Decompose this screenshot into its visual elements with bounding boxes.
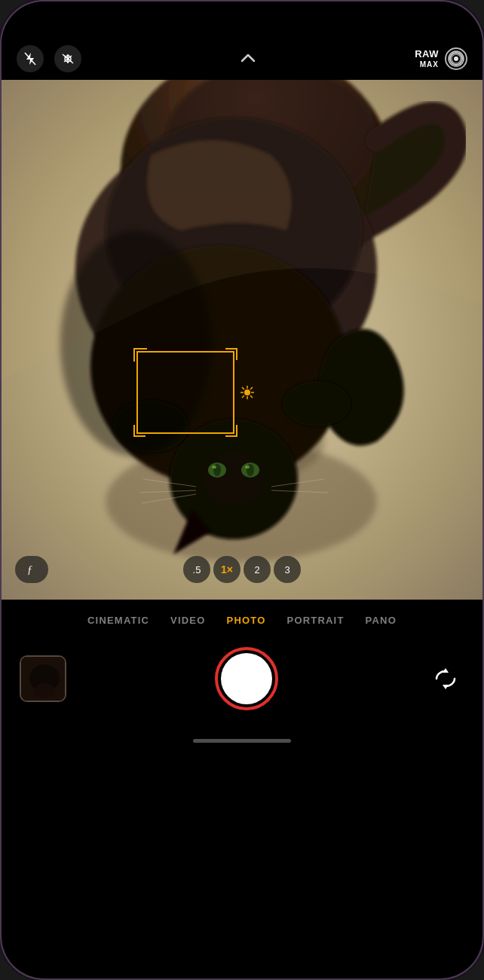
shutter-inner: [221, 653, 272, 704]
zoom-controls: ƒ .5 1× 2 3: [2, 556, 482, 583]
status-bar: [2, 2, 482, 39]
svg-point-5: [452, 54, 461, 63]
zoom-2x-button[interactable]: 2: [244, 556, 271, 583]
svg-point-4: [449, 51, 464, 66]
dynamic-island: [197, 8, 287, 33]
flash-button[interactable]: [17, 45, 44, 72]
raw-max-badge[interactable]: RAW MAX: [415, 49, 439, 68]
svg-point-36: [283, 381, 351, 426]
mode-pano[interactable]: PANO: [355, 610, 407, 630]
svg-line-44: [250, 395, 253, 398]
screen: RAW MAX: [2, 2, 482, 978]
zoom-1x-button[interactable]: 1×: [213, 556, 240, 583]
svg-point-28: [212, 466, 216, 469]
zoom-3x-button[interactable]: 3: [274, 556, 301, 583]
flip-camera-button[interactable]: [427, 660, 464, 698]
max-label: MAX: [415, 60, 439, 69]
mode-cinematic[interactable]: CINEMATIC: [77, 610, 160, 630]
svg-line-46: [242, 395, 244, 398]
exposure-icon[interactable]: [240, 386, 254, 399]
f-stop-button[interactable]: ƒ: [15, 556, 48, 583]
focus-corner-tr: [225, 348, 237, 360]
night-mode-button[interactable]: [54, 45, 81, 72]
mode-portrait[interactable]: PORTRAIT: [277, 610, 355, 630]
svg-point-23: [204, 453, 264, 505]
svg-text:ƒ: ƒ: [27, 564, 32, 575]
svg-point-6: [454, 56, 458, 61]
shutter-button[interactable]: [215, 647, 278, 710]
home-indicator-area: [2, 733, 482, 755]
mode-photo[interactable]: PHOTO: [216, 610, 277, 630]
raw-label: RAW: [415, 49, 439, 60]
svg-line-43: [242, 387, 244, 389]
camera-top-bar: RAW MAX: [2, 39, 482, 80]
zoom-05-button[interactable]: .5: [183, 556, 210, 583]
chevron-up-button[interactable]: [240, 51, 256, 67]
phone-frame: RAW MAX: [0, 0, 484, 980]
cat-image: [2, 80, 482, 600]
mode-video[interactable]: VIDEO: [160, 610, 216, 630]
camera-controls: [2, 638, 482, 733]
home-indicator-bar: [193, 739, 291, 743]
last-photo-thumbnail[interactable]: [20, 655, 66, 702]
viewfinder[interactable]: ƒ .5 1× 2 3: [2, 80, 482, 600]
svg-line-45: [250, 387, 253, 389]
focus-corner-br: [225, 425, 237, 437]
focus-corner-bl: [133, 425, 146, 437]
mode-selector: CINEMATIC VIDEO PHOTO PORTRAIT PANO: [2, 600, 482, 638]
svg-point-50: [34, 683, 55, 698]
svg-point-29: [245, 466, 250, 469]
focus-box: [136, 351, 234, 434]
live-photo-button[interactable]: [445, 47, 467, 70]
camera-top-left: [17, 45, 81, 72]
camera-top-right: RAW MAX: [415, 47, 467, 70]
svg-point-38: [244, 389, 250, 395]
